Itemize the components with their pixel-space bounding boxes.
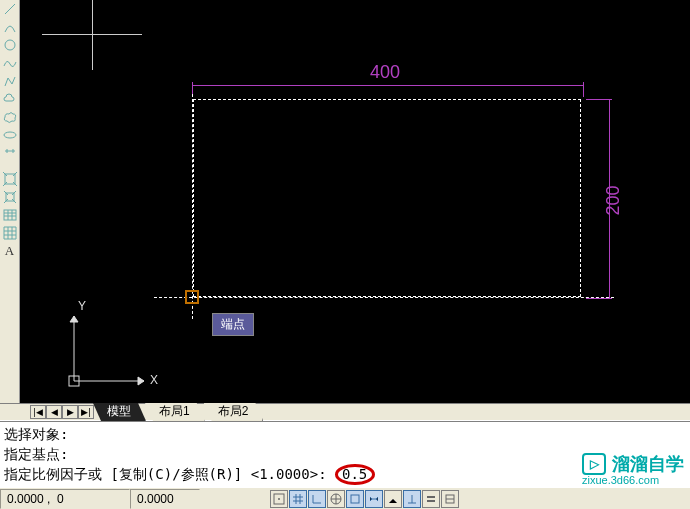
dimension-ext — [586, 298, 612, 299]
tool-grid-icon[interactable] — [1, 224, 19, 242]
tool-pline-icon[interactable] — [1, 72, 19, 90]
tool-hatch-a-icon[interactable] — [1, 144, 19, 162]
tab-layout2[interactable]: 布局2 — [204, 403, 264, 421]
dimension-height-value: 200 — [603, 185, 624, 215]
status-toggle-group — [270, 490, 459, 508]
svg-point-7 — [278, 498, 280, 500]
ucs-y-label: Y — [78, 299, 86, 313]
ucs-x-label: X — [150, 373, 158, 387]
dyn-toggle-icon[interactable] — [403, 490, 421, 508]
watermark-text: 溜溜自学 — [612, 452, 684, 476]
svg-rect-9 — [351, 495, 359, 503]
endpoint-snap-marker — [185, 290, 199, 304]
lwt-toggle-icon[interactable] — [422, 490, 440, 508]
tab-nav-first[interactable]: |◀ — [30, 405, 46, 419]
watermark: ▷ 溜溜自学 zixue.3d66.com — [582, 452, 684, 476]
grid-toggle-icon[interactable] — [289, 490, 307, 508]
dimension-line-top — [192, 85, 584, 86]
osnap-toggle-icon[interactable] — [346, 490, 364, 508]
otrack-toggle-icon[interactable] — [365, 490, 383, 508]
tool-revcloud-icon[interactable] — [1, 108, 19, 126]
tab-nav-prev[interactable]: ◀ — [46, 405, 62, 419]
tab-model[interactable]: 模型 — [93, 403, 146, 421]
status-coord-z: 0.0000 — [130, 489, 200, 509]
svg-point-1 — [4, 132, 16, 138]
snap-tooltip: 端点 — [212, 313, 254, 336]
tool-cloud-icon[interactable] — [1, 90, 19, 108]
tool-arc-icon[interactable] — [1, 18, 19, 36]
tool-text-icon[interactable]: A — [1, 242, 19, 260]
svg-point-0 — [5, 40, 15, 50]
tool-spline-icon[interactable] — [1, 54, 19, 72]
svg-rect-4 — [4, 210, 16, 220]
tracking-line-h — [154, 297, 614, 298]
selection-rectangle — [193, 99, 581, 297]
watermark-logo-icon: ▷ — [582, 453, 606, 475]
dimension-ext — [583, 82, 584, 97]
ducs-toggle-icon[interactable] — [384, 490, 402, 508]
dimension-width-value: 400 — [370, 62, 400, 83]
ortho-toggle-icon[interactable] — [308, 490, 326, 508]
tab-layout1[interactable]: 布局1 — [145, 403, 205, 421]
left-toolbar: A — [0, 0, 20, 403]
cmd-line-1: 选择对象: — [4, 424, 686, 444]
cmd-prompt: 指定比例因子或 [复制(C)/参照(R)] <1.0000>: — [4, 466, 335, 482]
drawing-canvas[interactable]: 400 200 端点 X Y — [20, 0, 690, 403]
crosshair-icon — [92, 0, 93, 70]
tab-nav: |◀ ◀ ▶ ▶| — [30, 405, 94, 419]
tool-table-icon[interactable] — [1, 206, 19, 224]
layout-tabbar: |◀ ◀ ▶ ▶| 模型 布局1 布局2 — [0, 403, 690, 421]
tool-boundary-icon[interactable] — [1, 188, 19, 206]
status-coord-x: 0.0000 , 0 — [0, 489, 130, 509]
tool-circle-icon[interactable] — [1, 36, 19, 54]
tracking-line-v — [192, 94, 193, 319]
snap-toggle-icon[interactable] — [270, 490, 288, 508]
ucs-icon: X Y — [64, 301, 154, 391]
dimension-ext — [586, 99, 612, 100]
status-bar: 0.0000 , 0 0.0000 — [0, 487, 690, 509]
watermark-url: zixue.3d66.com — [582, 474, 659, 486]
tool-ellipse-icon[interactable] — [1, 126, 19, 144]
tool-line-icon[interactable] — [1, 0, 19, 18]
tab-nav-next[interactable]: ▶ — [62, 405, 78, 419]
tab-nav-last[interactable]: ▶| — [78, 405, 94, 419]
qp-toggle-icon[interactable] — [441, 490, 459, 508]
tool-region-icon[interactable] — [1, 170, 19, 188]
cmd-input-value: 0.5 — [335, 464, 375, 485]
polar-toggle-icon[interactable] — [327, 490, 345, 508]
